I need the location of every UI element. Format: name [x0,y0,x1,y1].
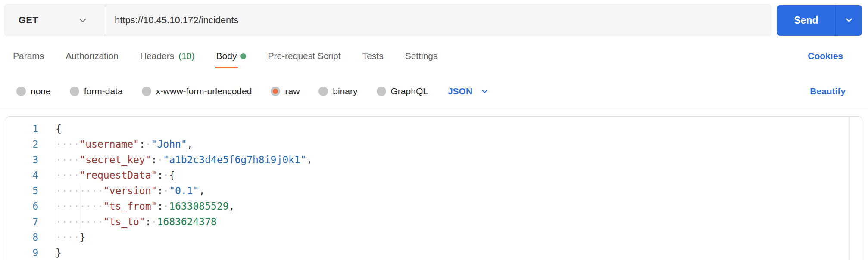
request-tabs: ParamsAuthorizationHeaders (10)BodyPre-r… [13,51,438,61]
code-text: ········"ts_to":·1683624378 [38,214,217,229]
radio-none[interactable]: none [16,86,51,96]
send-options-button[interactable] [835,5,862,36]
radio-circle-icon [377,87,386,96]
code-text: ········"ts_from":·1633085529, [38,198,234,214]
code-text: ········"version":·"0.1", [38,183,205,198]
line-number: 9 [6,245,38,260]
code-line[interactable]: 6········"ts_from":·1633085529, [6,198,862,214]
tab-label: Pre-request Script [268,51,340,61]
radio-label: GraphQL [391,86,428,96]
body-options-row: noneform-datax-www-form-urlencodedrawbin… [0,73,868,109]
code-text: ····"requestData":·{ [38,167,175,183]
radio-label: form-data [84,86,123,96]
code-text: ····"secret_key":·"a1b2c3d4e5f6g7h8i9j0k… [38,152,312,167]
radio-label: raw [285,86,300,96]
request-tabs-row: ParamsAuthorizationHeaders (10)BodyPre-r… [0,36,868,73]
tab-label: Authorization [66,51,119,61]
code-line[interactable]: 2····"username":·"John", [6,136,862,152]
radio-form-data[interactable]: form-data [70,86,123,96]
radio-circle-icon [271,87,280,96]
method-label: GET [19,15,38,26]
chevron-down-icon [480,87,489,96]
code-text: ····"username":·"John", [38,136,193,152]
code-text: ····} [38,229,85,245]
tab-label: Params [13,51,44,61]
tab-count-badge: (10) [176,51,194,61]
tab-headers[interactable]: Headers (10) [140,51,195,61]
chevron-down-icon [844,15,854,26]
tab-tests[interactable]: Tests [362,51,384,61]
url-input[interactable] [105,5,771,36]
tab-label: Headers (10) [140,51,195,61]
body-language-value: JSON [448,86,472,96]
line-number: 7 [6,214,38,229]
radio-raw[interactable]: raw [271,86,300,96]
tab-pre-request-script[interactable]: Pre-request Script [268,51,340,61]
line-number: 2 [6,136,38,152]
tab-authorization[interactable]: Authorization [66,51,119,61]
tab-params[interactable]: Params [13,51,44,61]
tab-label: Tests [362,51,384,61]
line-number: 6 [6,198,38,214]
tab-settings[interactable]: Settings [405,51,438,61]
code-area[interactable]: 1{2····"username":·"John",3····"secret_k… [6,117,862,260]
code-line[interactable]: 5········"version":·"0.1", [6,183,862,198]
radio-circle-icon [16,87,26,96]
line-number: 5 [6,183,38,198]
code-line[interactable]: 1{ [6,121,862,136]
radio-label: none [31,86,51,96]
indent-guide [80,183,80,229]
body-editor[interactable]: 1{2····"username":·"John",3····"secret_k… [6,116,862,260]
line-number: 4 [6,167,38,183]
radio-x-www-form-urlencoded[interactable]: x-www-form-urlencoded [142,86,252,96]
code-line[interactable]: 3····"secret_key":·"a1b2c3d4e5f6g7h8i9j0… [6,152,862,167]
line-number: 1 [6,121,38,136]
body-type-radios: noneform-datax-www-form-urlencodedrawbin… [16,86,428,96]
beautify-link[interactable]: Beautify [810,86,846,96]
radio-label: x-www-form-urlencoded [156,86,252,96]
tab-label: Body [216,51,237,61]
radio-circle-icon [318,87,328,96]
code-line[interactable]: 9} [6,245,862,260]
radio-circle-icon [142,87,151,96]
cookies-link[interactable]: Cookies [808,51,843,61]
indent-guide [56,136,56,245]
code-line[interactable]: 4····"requestData":·{ [6,167,862,183]
tab-label: Settings [405,51,438,61]
line-number: 3 [6,152,38,167]
chevron-down-icon [78,15,87,25]
code-line[interactable]: 7········"ts_to":·1683624378 [6,214,862,229]
radio-graphql[interactable]: GraphQL [377,86,428,96]
radio-label: binary [333,86,357,96]
radio-circle-icon [70,87,79,96]
request-url-row: GET Send [4,4,862,36]
send-button[interactable]: Send [777,5,835,36]
send-split-button: Send [777,5,862,36]
code-text: { [38,121,62,136]
code-line[interactable]: 8····} [6,229,862,245]
url-bar: GET [4,4,771,36]
body-language-select[interactable]: JSON [448,86,489,96]
body-has-content-dot [240,53,246,59]
radio-binary[interactable]: binary [318,86,357,96]
method-selector[interactable]: GET [5,5,105,36]
line-number: 8 [6,229,38,245]
scrollbar-track[interactable] [849,117,850,260]
code-text: } [38,245,62,260]
tab-body[interactable]: Body [216,51,247,61]
